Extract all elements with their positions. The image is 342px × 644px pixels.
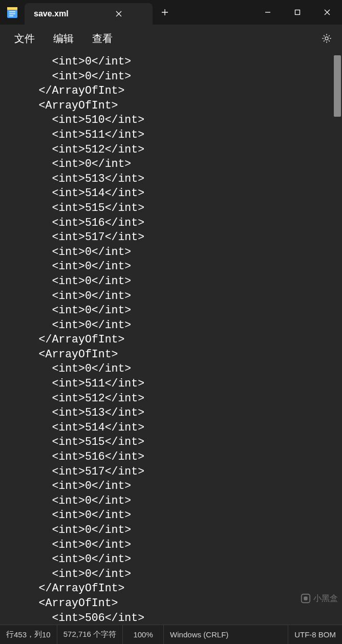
tab-active[interactable]: save.xml <box>25 3 153 25</box>
close-window-button[interactable] <box>312 0 342 25</box>
svg-rect-6 <box>295 10 300 15</box>
titlebar-drag-region[interactable] <box>177 0 253 25</box>
statusbar: 行 453，列 10 572,716 个字符 100% Windows (CRL… <box>0 625 342 644</box>
menu-edit[interactable]: 编辑 <box>44 29 83 49</box>
status-eol[interactable]: Windows (CRLF) <box>164 625 288 644</box>
svg-rect-9 <box>304 596 307 600</box>
editor-area[interactable]: <int>0</int> <int>0</int> </ArrayOfInt> … <box>0 52 342 625</box>
editor-text[interactable]: <int>0</int> <int>0</int> </ArrayOfInt> … <box>0 52 342 625</box>
status-zoom[interactable]: 100% <box>123 625 164 644</box>
tab-title: save.xml <box>34 9 69 18</box>
menu-view[interactable]: 查看 <box>83 29 122 49</box>
scrollbar-thumb[interactable] <box>334 55 341 117</box>
settings-button[interactable] <box>316 28 337 49</box>
menubar: 文件 编辑 查看 <box>0 25 342 52</box>
status-chars[interactable]: 572,716 个字符 <box>57 625 123 644</box>
maximize-button[interactable] <box>283 0 312 25</box>
new-tab-button[interactable] <box>153 0 177 25</box>
notepad-app-icon <box>0 0 25 25</box>
status-encoding[interactable]: UTF-8 BOM <box>288 625 342 644</box>
svg-point-7 <box>325 37 328 40</box>
watermark: 小黑盒 <box>300 593 338 604</box>
watermark-text: 小黑盒 <box>313 593 338 604</box>
close-tab-icon[interactable] <box>115 10 123 18</box>
status-position[interactable]: 行 453，列 10 <box>0 625 57 644</box>
titlebar: save.xml <box>0 0 342 25</box>
minimize-button[interactable] <box>253 0 283 25</box>
svg-rect-1 <box>7 7 17 10</box>
menu-file[interactable]: 文件 <box>5 29 44 49</box>
